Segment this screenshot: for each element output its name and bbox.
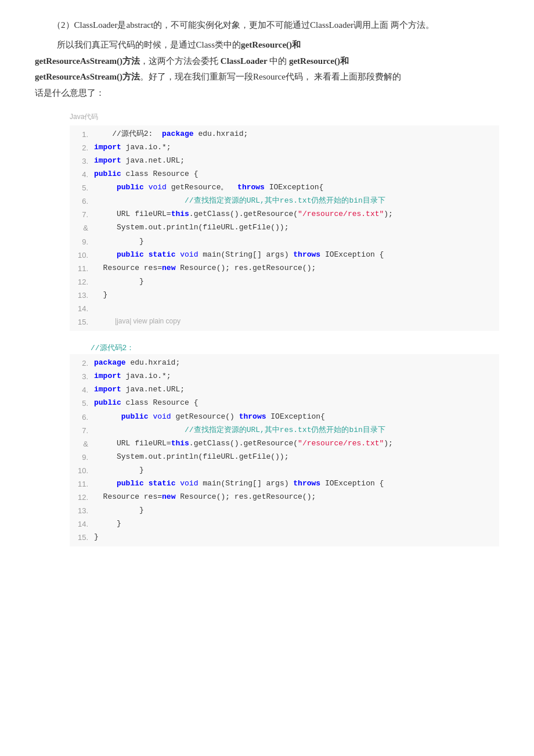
code-line-1: 1. //源代码2: package edu.hxraid; (70, 128, 499, 141)
paragraph-2: 所以我们真正写代码的时候，是通过Class类中的getResource()和 g… (35, 37, 499, 102)
code-line-4: 4. public class Resource { (70, 168, 499, 181)
code-tools[interactable]: |java| view plain copy (115, 317, 181, 325)
second-line-4: 4. import java.net.URL; (70, 383, 499, 397)
code-line-2: 2. import java.io.*; (70, 141, 499, 154)
second-line-3: 3. import java.io.*; (70, 370, 499, 383)
second-block-section: //源代码2： 2. package edu.hxraid; 3. import… (70, 343, 499, 546)
paragraph-1: （2）ClassLoader是abstract的，不可能实例化对象，更加不可能通… (35, 17, 499, 34)
second-line-8: & URL fileURL=this.getClass().getResourc… (70, 437, 499, 451)
code-block-1: 1. //源代码2: package edu.hxraid; 2. import… (70, 125, 499, 331)
second-line-11: 11. public static void main(String[] arg… (70, 477, 499, 491)
code-line-11: 11. Resource res=new Resource(); res.get… (70, 262, 499, 275)
second-line-14: 14. } (70, 517, 499, 531)
second-line-7: 7. //查找指定资源的URL,其中res.txt仍然开始的bin目录下 (70, 424, 499, 437)
code-line-15: 15. |java| view plain copy (70, 315, 499, 329)
code-line-12: 12. } (70, 275, 499, 289)
code-line-10: 10. public static void main(String[] arg… (70, 249, 499, 262)
second-line-2: 2. package edu.hxraid; (70, 357, 499, 370)
second-line-12: 12. Resource res=new Resource(); res.get… (70, 491, 499, 504)
code-line-6: 6. //查找指定资源的URL,其中res.txt仍然开始的bin目录下 (70, 195, 499, 208)
code-line-13: 13. } (70, 289, 499, 302)
code-line-9: 9. } (70, 235, 499, 249)
code-line-8: & System.out.println(fileURL.getFile()); (70, 221, 499, 235)
code-section-1: Java代码 1. //源代码2: package edu.hxraid; 2.… (70, 112, 499, 331)
code-line-14: 14. (70, 302, 499, 315)
bold-text-2: getResourceAsStream()方法 (35, 56, 140, 66)
code-line-7: 7. URL fileURL=this.getClass().getResour… (70, 208, 499, 221)
second-line-6: 6. public void getResource() throws IOEx… (70, 411, 499, 424)
code-label: Java代码 (70, 112, 499, 122)
second-source-comment: //源代码2： (70, 343, 499, 353)
second-line-15: 15. } (70, 531, 499, 544)
second-line-5: 5. public class Resource { (70, 397, 499, 410)
code-block-2: 2. package edu.hxraid; 3. import java.io… (70, 354, 499, 546)
second-line-13: 13. } (70, 504, 499, 517)
code-line-3: 3. import java.net.URL; (70, 154, 499, 168)
code-line-5: 5. public void getResource。 throws IOExc… (70, 181, 499, 195)
second-line-10: 10. } (70, 464, 499, 477)
bold-text-1: getResource()和 (241, 40, 301, 49)
second-line-9: 9. System.out.println(fileURL.getFile())… (70, 451, 499, 464)
bold-text-3: getResourceAsStream()方法 (35, 72, 140, 81)
